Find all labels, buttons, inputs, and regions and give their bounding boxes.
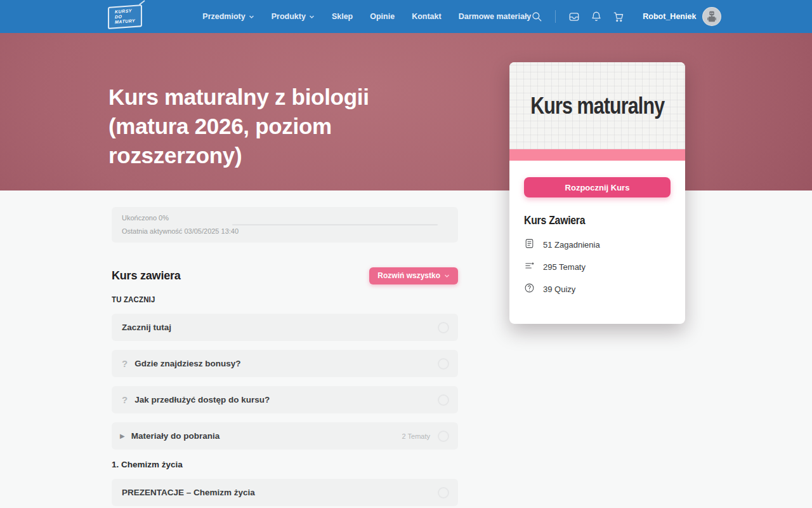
card-contains-heading: Kurs Zawiera (524, 214, 653, 227)
course-stat: 295 Tematy (524, 260, 671, 274)
nav-link-kontakt[interactable]: Kontakt (412, 12, 442, 21)
course-stat-label: 39 Quizy (543, 284, 575, 294)
question-circle-icon (524, 283, 535, 296)
chevron-down-icon (309, 14, 315, 20)
progress-box: Ukończono 0% Ostatnia aktywność 03/05/20… (112, 207, 458, 243)
completion-circle[interactable] (438, 487, 449, 498)
nav-link-label: Kontakt (412, 12, 442, 21)
lesson-title: Jak przedłużyć dostęp do kursu? (134, 395, 270, 404)
course-content: Kurs zawiera Rozwiń wszystko TU ZACZNIJZ… (112, 267, 458, 508)
inbox-icon[interactable] (568, 11, 580, 22)
cart-icon[interactable] (613, 11, 624, 22)
lesson-title: PREZENTACJE – Chemizm życia (122, 488, 255, 497)
section-label-1-chemizm-życia: 1. Chemizm życia (112, 460, 458, 469)
progress-completed-label: Ukończono 0% (122, 214, 448, 222)
completion-circle[interactable] (438, 431, 449, 442)
chevron-down-icon (249, 14, 254, 20)
course-cover-title: Kurs maturalny (530, 93, 664, 119)
bell-icon[interactable] (591, 11, 602, 22)
progress-bar[interactable] (232, 224, 438, 225)
card-accent-stripe (509, 149, 685, 161)
course-stat-label: 295 Tematy (543, 262, 586, 272)
card-body: Rozpocznij Kurs Kurs Zawiera 51 Zagadnie… (509, 161, 685, 324)
course-content-heading: Kurs zawiera (112, 269, 181, 283)
user-menu[interactable]: Robot_Heniek (643, 7, 721, 26)
lesson-row-gdzie-znajdziesz-bonusy[interactable]: ?Gdzie znajdziesz bonusy? (112, 350, 458, 377)
lesson-row-materiały-do-pobrania[interactable]: ▶Materiały do pobrania2 Tematy (112, 422, 458, 450)
list-icon (524, 260, 535, 274)
course-stat-label: 51 Zagadnienia (543, 240, 600, 250)
nav-link-label: Sklep (332, 12, 353, 21)
navbar-divider (555, 10, 556, 23)
lesson-row-prezentacje-chemizm-życia[interactable]: PREZENTACJE – Chemizm życia (112, 479, 458, 506)
top-navbar: KURSY DO MATURY PrzedmiotyProduktySklepO… (0, 0, 812, 33)
nav-link-produkty[interactable]: Produkty (272, 12, 315, 21)
course-stats-list: 51 Zagadnienia295 Tematy39 Quizy (524, 238, 671, 296)
lesson-row-zacznij-tutaj[interactable]: Zacznij tutaj (112, 314, 458, 341)
expand-all-label: Rozwiń wszystko (377, 271, 440, 280)
play-icon: ▶ (120, 432, 125, 439)
main-navigation: PrzedmiotyProduktySklepOpinieKontaktDarm… (202, 12, 531, 21)
expand-all-button[interactable]: Rozwiń wszystko (369, 267, 458, 284)
course-content-header: Kurs zawiera Rozwiń wszystko (112, 267, 458, 284)
username-label: Robot_Heniek (643, 12, 696, 21)
course-card: Kurs maturalny Rozpocznij Kurs Kurs Zawi… (509, 62, 685, 324)
lesson-row-jak-przedłużyć-dostęp-do-kursu[interactable]: ?Jak przedłużyć dostęp do kursu? (112, 386, 458, 413)
nav-link-opinie[interactable]: Opinie (370, 12, 395, 21)
nav-link-przedmioty[interactable]: Przedmioty (202, 12, 254, 21)
completion-circle[interactable] (438, 322, 449, 333)
nav-link-label: Produkty (272, 12, 306, 21)
nav-link-darmowe-materiały[interactable]: Darmowe materiały (459, 12, 532, 21)
course-stat: 39 Quizy (524, 283, 671, 296)
hero-banner: Kurs maturalny z biologii (matura 2026, … (0, 33, 812, 190)
completion-circle[interactable] (438, 394, 449, 406)
course-cover-image: Kurs maturalny (509, 62, 685, 149)
nav-link-label: Darmowe materiały (459, 12, 532, 21)
lesson-title: Materiały do pobrania (131, 431, 220, 441)
section-label-tu-zacznij: TU ZACZNIJ (112, 295, 416, 304)
page-title: Kurs maturalny z biologii (matura 2026, … (108, 83, 451, 170)
nav-link-label: Opinie (370, 12, 395, 21)
user-avatar[interactable] (702, 7, 721, 26)
lesson-title: Zacznij tutaj (122, 323, 171, 332)
nav-link-sklep[interactable]: Sklep (332, 12, 353, 21)
logo-text-line2: DO MATURY (115, 13, 135, 24)
chevron-down-icon (444, 273, 450, 279)
question-icon: ? (122, 358, 128, 369)
start-course-button[interactable]: Rozpocznij Kurs (524, 177, 671, 197)
search-icon[interactable] (531, 11, 542, 22)
topic-count-badge: 2 Tematy (402, 432, 430, 440)
course-sections: TU ZACZNIJZacznij tutaj?Gdzie znajdziesz… (112, 295, 458, 506)
book-icon (524, 238, 535, 251)
last-activity-label: Ostatnia aktywność 03/05/2025 13:40 (122, 227, 448, 235)
question-icon: ? (122, 394, 128, 405)
site-logo[interactable]: KURSY DO MATURY (108, 4, 142, 29)
logo-container: KURSY DO MATURY (108, 6, 142, 28)
completion-circle[interactable] (438, 358, 449, 370)
nav-link-label: Przedmioty (202, 12, 245, 21)
navbar-right: Robot_Heniek (531, 7, 721, 26)
lesson-title: Gdzie znajdziesz bonusy? (134, 359, 240, 368)
course-stat: 51 Zagadnienia (524, 238, 671, 251)
